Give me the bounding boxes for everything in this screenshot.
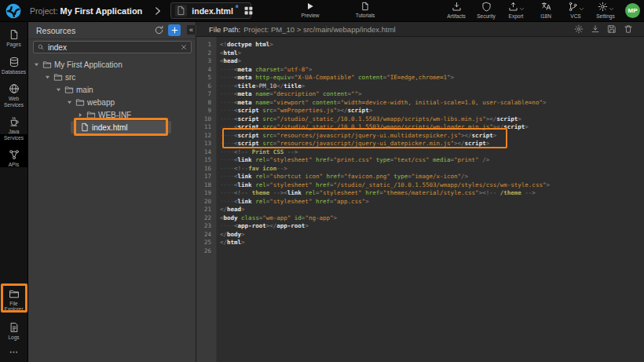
code-line-1[interactable]: <!doctype html> (220, 41, 644, 49)
code-line-3[interactable]: <head> (220, 57, 644, 66)
download-file-icon[interactable] (591, 24, 600, 34)
code-line-24[interactable]: </body> (220, 231, 644, 240)
sidebar-item-databases[interactable]: Databases (0, 54, 27, 78)
resource-search (33, 41, 192, 53)
search-input[interactable] (48, 43, 177, 52)
topbar-action-artifacts[interactable]: Artifacts (443, 2, 470, 19)
delete-file-icon[interactable] (624, 24, 633, 34)
caret-down-icon[interactable] (55, 86, 62, 93)
user-avatar[interactable]: MP (625, 3, 640, 18)
export-icon (508, 2, 518, 12)
line-number: 1 (196, 41, 211, 49)
line-number: 18 (196, 181, 211, 190)
code-line-10[interactable]: ····<script src="/studio/_static_/10.0.1… (220, 115, 644, 124)
code-line-26[interactable] (220, 247, 644, 256)
line-number: 22 (196, 214, 211, 223)
line-number: 9 (196, 107, 211, 115)
topbar-actions: ArtifactsSecurityExportI18NVCSSettings (443, 2, 619, 19)
tree-item-web-inf[interactable]: WEB-INF (28, 108, 196, 121)
code-line-20[interactable]: ····<link rel="stylesheet" href="app.css… (220, 198, 644, 207)
caret-down-icon[interactable] (66, 99, 73, 106)
code-line-4[interactable]: ····<meta charset="utf-8"> (220, 66, 644, 75)
line-number: 4 (196, 66, 211, 75)
editor-settings-gear-icon[interactable] (574, 24, 584, 34)
sidebar-item-file-explorer[interactable]: File Explorer (0, 286, 27, 315)
sidebar-item-logs[interactable]: Logs (0, 320, 27, 343)
code-line-21[interactable]: </head> (220, 206, 644, 214)
web-services-icon (9, 83, 20, 94)
tree-item-index-html[interactable]: index.html (28, 121, 196, 133)
code-line-25[interactable]: </html> (220, 239, 644, 247)
i18n-icon (541, 2, 551, 12)
code-line-11[interactable]: ····<script src="/studio/_static_/10.0.1… (220, 123, 644, 132)
code-line-2[interactable]: <html> (220, 49, 644, 58)
refresh-icon[interactable] (154, 25, 164, 35)
code-line-19[interactable]: ····<!-- theme --><link rel="stylesheet"… (220, 189, 644, 198)
caret-down-icon[interactable] (44, 74, 51, 81)
code-line-15[interactable]: ····<link rel="stylesheet" href="print.c… (220, 156, 644, 165)
code-line-6[interactable]: ····<title>PM_10</title> (220, 82, 644, 91)
code-line-16[interactable]: ····<!--fav icon--> (220, 165, 644, 174)
tree-item-webapp[interactable]: webapp (28, 96, 196, 108)
code-line-5[interactable]: ····<meta http-equiv="X-UA-Compatible" c… (220, 74, 644, 82)
left-sidebar: PagesDatabasesWeb ServicesJava ServicesA… (0, 22, 28, 362)
code-editor: File Path: Project: PM_10 > src/main/web… (196, 22, 644, 362)
add-resource-button[interactable] (168, 24, 181, 36)
sidebar-bottom-group: File ExplorerLogs (0, 286, 27, 358)
grid-icon[interactable] (243, 5, 254, 16)
artifacts-icon (452, 2, 462, 12)
code-line-14[interactable]: ····<!-- Print CSS --> (220, 148, 644, 157)
wavemaker-logo-icon[interactable] (5, 2, 22, 20)
tutorials-button[interactable]: Tutorials (347, 2, 383, 18)
tree-item-src[interactable]: src (28, 71, 196, 83)
clear-search-icon[interactable] (180, 43, 188, 51)
line-number: 13 (196, 140, 211, 148)
save-file-icon[interactable] (607, 24, 617, 34)
sidebar-item-web-services[interactable]: Web Services (0, 81, 27, 110)
line-number: 16 (196, 165, 211, 174)
vcs-icon (568, 2, 578, 12)
wavemaker-studio: Project: My First Application index.html… (0, 0, 644, 362)
java-services-icon (9, 116, 20, 127)
preview-button[interactable]: Preview (292, 2, 328, 18)
sidebar-more-button[interactable] (0, 347, 27, 357)
file-path-label: File Path: (209, 25, 240, 34)
topbar-action-export[interactable]: Export (503, 2, 529, 19)
code-line-22[interactable]: <body class="wm-app" id="ng-app"> (220, 214, 644, 223)
line-number: 26 (196, 247, 211, 256)
line-number: 7 (196, 90, 211, 99)
code-line-18[interactable]: ····<link rel="stylesheet" href="/studio… (220, 181, 644, 190)
tab-index-html[interactable]: index.html * (170, 2, 251, 19)
project-name: My First Application (60, 6, 143, 16)
caret-down-icon[interactable] (33, 61, 40, 68)
code-line-12[interactable]: ····<script src="resources/javascript/jq… (220, 132, 644, 141)
line-number: 14 (196, 148, 211, 157)
file-path-bar: File Path: Project: PM_10 > src/main/web… (196, 22, 644, 37)
tab-file-name: index.html (192, 6, 233, 16)
code-line-23[interactable]: ····<app-root></app-root> (220, 222, 644, 231)
topbar-action-i18n[interactable]: I18N (532, 2, 559, 19)
search-icon (37, 43, 45, 51)
project-label: Project: (30, 6, 58, 16)
topbar-action-security[interactable]: Security (473, 2, 499, 19)
sidebar-item-apis[interactable]: APIs (0, 147, 27, 170)
code-line-9[interactable]: ····<script src="wmProperties.js"></scri… (220, 107, 644, 115)
sidebar-item-java-services[interactable]: Java Services (0, 114, 27, 143)
code-line-8[interactable]: ····<meta name="viewport" content="width… (220, 99, 644, 108)
code-line-17[interactable]: ····<link rel="shortcut icon" href="favi… (220, 173, 644, 181)
sidebar-item-pages[interactable]: Pages (0, 27, 27, 50)
line-numbers: 1234567891011121314151617181920212223242… (196, 37, 217, 362)
line-number: 19 (196, 189, 211, 198)
topbar-action-settings[interactable]: Settings (592, 2, 619, 19)
code-line-7[interactable]: ····<meta name="description" content=""> (220, 90, 644, 99)
caret-right-icon[interactable] (77, 112, 84, 119)
line-number: 3 (196, 57, 211, 66)
tree-item-my-first-application[interactable]: My First Application (28, 58, 196, 71)
collapse-panel-button[interactable]: « (186, 24, 196, 35)
tree-item-main[interactable]: main (28, 83, 196, 96)
resources-header: Resources « (28, 22, 196, 39)
code-line-13[interactable]: ····<script src="resources/javascript/jq… (220, 140, 644, 148)
line-number: 5 (196, 74, 211, 82)
code-area[interactable]: 1234567891011121314151617181920212223242… (196, 37, 644, 362)
topbar-action-vcs[interactable]: VCS (562, 2, 589, 19)
